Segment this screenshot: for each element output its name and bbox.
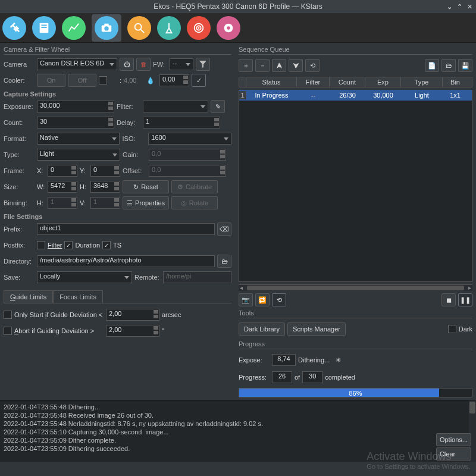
type-label: Type: [4, 151, 35, 158]
live-stack-icon[interactable]: ⟲ [272, 293, 286, 306]
log-panel: 2022-01-04T23:55:48 Dithering... 2022-01… [0, 400, 476, 462]
prefix-input[interactable]: object1 [37, 223, 215, 235]
postfix-ts-check[interactable]: TS [102, 241, 121, 249]
trash-icon[interactable]: 🗑 [136, 58, 151, 71]
properties-button[interactable]: ☰ Properties [123, 196, 169, 209]
th-bin[interactable]: Bin [443, 77, 468, 87]
scripts-manager-button[interactable]: Scripts Manager [287, 322, 346, 336]
guide-start-checkbox[interactable] [4, 311, 12, 319]
tab-focus-icon[interactable] [127, 16, 151, 40]
save-select[interactable]: Locally [37, 271, 132, 283]
tab-focus-limits[interactable]: Focus Limits [53, 290, 103, 303]
postfix-filter-check[interactable]: Filter [37, 241, 62, 249]
table-hscrollbar[interactable] [239, 284, 472, 291]
th-filter[interactable]: Filter [297, 77, 330, 87]
humidity-input[interactable]: 0,00 [159, 74, 189, 86]
tab-guide-limits[interactable]: Guide Limits [4, 290, 53, 303]
th-status[interactable]: Status [246, 77, 297, 87]
w-label: W: [37, 183, 45, 190]
size-h-input[interactable]: 3648 [90, 181, 120, 193]
svg-point-4 [104, 26, 108, 30]
tab-scheduler-icon[interactable] [32, 16, 56, 40]
minimize-icon[interactable]: ⌄ [447, 3, 452, 11]
tab-analyze-icon[interactable] [62, 16, 86, 40]
options-button[interactable]: Options... [436, 433, 471, 446]
th-count[interactable]: Count [330, 77, 365, 87]
progress-section-label: Progress [239, 340, 472, 349]
cooler-temp-checkbox[interactable] [99, 76, 107, 84]
th-exp[interactable]: Exp [365, 77, 401, 87]
calibrate-button[interactable]: ⚙ Calibrate [171, 180, 218, 193]
count-input[interactable]: 30 [37, 117, 114, 129]
limits-tabs: Guide Limits Focus Limits [4, 290, 231, 303]
dark-checkbox[interactable]: Dark [448, 325, 472, 333]
delay-input[interactable]: 1 [143, 117, 220, 129]
capture-settings-label: Capture Settings [4, 90, 231, 99]
rotate-button[interactable]: ◎ Rotate [171, 196, 218, 209]
fw-select[interactable]: -- [170, 58, 193, 70]
directory-label: Directory: [4, 258, 35, 265]
th-type[interactable]: Type [401, 77, 443, 87]
directory-input[interactable]: /media/astroberry/Astro/Astrophoto [37, 255, 215, 267]
frame-x-input[interactable]: 0 [48, 165, 77, 177]
move-up-icon[interactable]: ⮝ [272, 59, 286, 72]
camera-select[interactable]: Canon DSLR EOS 6D [37, 58, 117, 70]
sequence-queue-label: Sequence Queue [239, 45, 472, 55]
maximize-icon[interactable]: ⌃ [457, 3, 462, 11]
log-text[interactable]: 2022-01-04T23:55:48 Dithering... 2022-01… [0, 400, 476, 455]
reset-button[interactable]: ↻ Reset [123, 180, 169, 193]
filter-icon[interactable] [196, 58, 210, 71]
clear-prefix-icon[interactable]: ⌫ [217, 223, 231, 236]
tools-label: Tools [239, 309, 472, 318]
postfix-label: Postfix: [4, 242, 35, 249]
tab-capture-active[interactable] [92, 14, 121, 42]
tab-guide-icon[interactable] [217, 16, 240, 40]
frame-y-input[interactable]: 0 [90, 165, 120, 177]
tab-setup-icon[interactable] [2, 16, 26, 40]
exposure-input[interactable]: 30,000 [37, 101, 114, 112]
table-row[interactable]: 1 In Progress -- 26/30 30,000 Light 1x1 [239, 90, 472, 101]
pause-icon[interactable]: ❚❚ [458, 293, 472, 306]
preview-icon[interactable]: 📷 [239, 293, 253, 306]
size-w-input[interactable]: 5472 [48, 181, 77, 193]
add-job-icon[interactable]: ＋ [239, 59, 253, 72]
progress-prefix: Progress: [239, 374, 270, 381]
svg-rect-1 [41, 24, 46, 26]
guide-abort-input[interactable]: 2,00 [106, 325, 159, 337]
postfix-ts-label: TS [113, 242, 121, 249]
postfix-duration-check[interactable]: Duration [64, 241, 100, 249]
progress-pct: 86% [239, 390, 472, 397]
expose-label: Expose: [239, 356, 270, 364]
cooler-on-button[interactable]: On [37, 74, 65, 87]
delay-label: Delay: [117, 119, 140, 126]
loop-icon[interactable]: 🔁 [255, 293, 270, 306]
power-icon[interactable]: ⏻ [120, 58, 134, 71]
reset-job-icon[interactable]: ⟲ [305, 59, 320, 72]
move-down-icon[interactable]: ⮟ [289, 59, 303, 72]
remove-job-icon[interactable]: － [255, 59, 270, 72]
iso-select[interactable]: 1600 [148, 133, 231, 145]
open-queue-icon[interactable]: 🗁 [441, 59, 456, 72]
edit-filter-icon[interactable]: ✎ [211, 100, 225, 113]
save-queue-icon[interactable]: 💾 [458, 59, 472, 72]
tab-align-icon[interactable] [187, 16, 211, 40]
browse-directory-icon[interactable]: 🗁 [217, 255, 231, 268]
cooler-off-button[interactable]: Off [68, 74, 96, 87]
confirm-checkbox[interactable]: ✓ [192, 74, 206, 87]
offset-label: Offset: [123, 167, 146, 174]
postfix-duration-label: Duration [75, 242, 100, 249]
filter-select[interactable] [143, 101, 208, 112]
format-select[interactable]: Native [37, 133, 120, 145]
tab-mount-icon[interactable] [157, 16, 181, 40]
clear-log-button[interactable]: Clear [436, 447, 471, 461]
stop-icon[interactable]: ◼ [441, 293, 456, 306]
dark-library-button[interactable]: Dark Library [239, 322, 285, 336]
type-select[interactable]: Light [37, 149, 120, 161]
guide-start-input[interactable]: 2,00 [106, 309, 159, 321]
new-queue-icon[interactable]: 📄 [425, 59, 439, 72]
close-icon[interactable]: ✕ [467, 3, 472, 11]
queue-table-header: Status Filter Count Exp Type Bin [239, 77, 472, 87]
guide-abort-label: Abort if Guiding Deviation > [14, 327, 104, 334]
iso-label: ISO: [122, 135, 146, 142]
guide-abort-checkbox[interactable] [4, 327, 12, 335]
